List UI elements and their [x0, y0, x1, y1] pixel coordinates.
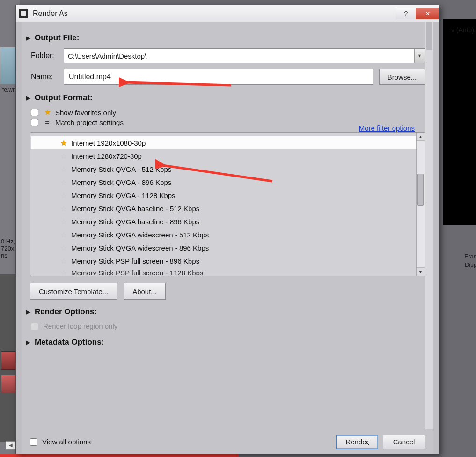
- star-icon[interactable]: ☆: [59, 230, 68, 239]
- format-item[interactable]: ☆Memory Stick PSP full screen - 1128 Kbp…: [31, 267, 416, 275]
- star-icon[interactable]: ☆: [59, 165, 68, 174]
- chevron-right-icon: ▶: [26, 35, 30, 41]
- format-item-label: Memory Stick QVGA - 1128 Kbps: [71, 192, 176, 199]
- dialog-footer: View all options Render ↖ Cancel: [22, 429, 433, 454]
- show-favorites-row: ★ Show favorites only: [31, 108, 425, 117]
- section-label: Render Options:: [35, 307, 97, 317]
- format-list[interactable]: ★Internet 1920x1080-30p☆Internet 1280x72…: [31, 136, 416, 275]
- loop-region-label: Render loop region only: [43, 322, 117, 330]
- body-scrollbar[interactable]: [425, 22, 433, 429]
- view-all-options-label: View all options: [42, 438, 91, 446]
- about-button[interactable]: About...: [124, 283, 166, 300]
- background-right-info1: Fran: [464, 253, 476, 260]
- background-preview-label: v (Auto): [451, 26, 474, 34]
- chevron-right-icon: ▶: [26, 339, 30, 346]
- more-filter-options-link[interactable]: More filter options: [359, 124, 415, 132]
- name-row: Name: Browse...: [31, 69, 425, 85]
- section-render-options[interactable]: ▶ Render Options:: [26, 307, 425, 317]
- dialog-body: ▶ Output File: Folder: C:\Users\Admin\De…: [22, 22, 433, 429]
- star-icon[interactable]: ☆: [59, 257, 68, 265]
- close-button[interactable]: ✕: [416, 8, 439, 19]
- browse-button[interactable]: Browse...: [379, 69, 425, 85]
- customize-template-button[interactable]: Customize Template...: [30, 283, 117, 300]
- background-preview-dark: [443, 19, 476, 225]
- section-metadata-options[interactable]: ▶ Metadata Options:: [26, 338, 425, 347]
- show-favorites-checkbox[interactable]: [31, 109, 38, 116]
- format-item-label: Internet 1280x720-30p: [71, 152, 142, 160]
- show-favorites-label: Show favorites only: [55, 109, 116, 117]
- star-icon: ★: [43, 108, 51, 117]
- folder-label: Folder:: [31, 52, 64, 60]
- format-item[interactable]: ☆Memory Stick QVGA - 1128 Kbps: [31, 189, 416, 202]
- background-right-info2: Disp: [465, 261, 476, 268]
- star-icon[interactable]: ☆: [59, 217, 68, 226]
- equals-icon: =: [43, 118, 51, 126]
- scroll-down-icon[interactable]: ▼: [417, 267, 425, 276]
- app-icon: [19, 9, 28, 18]
- help-button[interactable]: ?: [396, 8, 416, 19]
- format-item-label: Memory Stick QVGA widescreen - 512 Kbps: [71, 231, 209, 239]
- scroll-up-icon[interactable]: ▲: [417, 133, 425, 141]
- folder-row: Folder: C:\Users\Admin\Desktop\ ▼: [31, 48, 425, 63]
- star-icon[interactable]: ☆: [59, 152, 68, 161]
- chevron-right-icon: ▶: [26, 309, 30, 315]
- format-item[interactable]: ☆Memory Stick QVGA widescreen - 512 Kbps: [31, 228, 416, 241]
- format-item[interactable]: ☆Memory Stick QVGA baseline - 896 Kbps: [31, 215, 416, 228]
- scroll-thumb[interactable]: [417, 174, 424, 206]
- section-output-format[interactable]: ▶ Output Format:: [26, 93, 425, 103]
- dropdown-button[interactable]: ▼: [414, 49, 425, 63]
- render-button-label: Render: [345, 438, 368, 446]
- format-item-label: Memory Stick QVGA widescreen - 896 Kbps: [71, 244, 209, 252]
- format-item[interactable]: ☆Memory Stick QVGA - 512 Kbps: [31, 162, 416, 176]
- star-icon[interactable]: ☆: [59, 178, 68, 187]
- titlebar[interactable]: Render As ? ✕: [16, 5, 439, 22]
- star-icon[interactable]: ★: [59, 139, 68, 147]
- template-button-row: Customize Template... About...: [30, 283, 425, 300]
- dialog-title: Render As: [33, 9, 68, 18]
- loop-region-row: Render loop region only: [31, 322, 425, 330]
- folder-value: C:\Users\Admin\Desktop\: [68, 52, 146, 60]
- format-item[interactable]: ☆Memory Stick QVGA baseline - 512 Kbps: [31, 202, 416, 215]
- chevron-right-icon: ▶: [26, 95, 30, 101]
- name-label: Name:: [31, 73, 64, 81]
- chevron-down-icon: ▼: [417, 53, 422, 58]
- section-label: Output File:: [35, 33, 79, 43]
- background-left-info: 0 Hz, 720x. ns: [1, 238, 16, 259]
- format-item[interactable]: ☆Memory Stick QVGA widescreen - 896 Kbps: [31, 241, 416, 254]
- format-item-selected[interactable]: ★Internet 1920x1080-30p: [31, 136, 416, 149]
- view-all-options-checkbox[interactable]: [30, 438, 37, 446]
- star-icon[interactable]: ☆: [59, 204, 68, 213]
- match-project-label: Match project settings: [55, 118, 124, 126]
- view-all-options-row: View all options: [30, 438, 91, 446]
- format-item[interactable]: ☆Memory Stick QVGA - 896 Kbps: [31, 176, 416, 189]
- star-icon[interactable]: ☆: [59, 268, 68, 276]
- section-output-file[interactable]: ▶ Output File:: [26, 33, 425, 43]
- format-item[interactable]: ☆Internet 1280x720-30p: [31, 149, 416, 162]
- format-item-label: Internet 1920x1080-30p: [71, 139, 146, 147]
- star-icon[interactable]: ☆: [59, 191, 68, 200]
- format-scrollbar[interactable]: ▲ ▼: [416, 133, 425, 276]
- annotation-bottom-bar: [0, 454, 239, 457]
- cancel-button[interactable]: Cancel: [383, 435, 425, 449]
- format-item-label: Memory Stick PSP full screen - 1128 Kbps: [71, 269, 203, 276]
- loop-region-checkbox: [31, 323, 38, 330]
- format-item[interactable]: ☆Memory Stick PSP full screen - 896 Kbps: [31, 254, 416, 267]
- format-item-label: Memory Stick QVGA - 512 Kbps: [71, 165, 171, 173]
- filename-input[interactable]: [64, 69, 373, 85]
- format-item-label: Memory Stick QVGA - 896 Kbps: [71, 178, 171, 186]
- scroll-thumb[interactable]: [426, 22, 432, 50]
- section-label: Metadata Options:: [35, 338, 104, 347]
- format-item-label: Memory Stick QVGA baseline - 512 Kbps: [71, 205, 199, 213]
- render-as-dialog: Render As ? ✕ ▶ Output File: Folder: C:\…: [15, 5, 439, 454]
- format-list-container: ★Internet 1920x1080-30p☆Internet 1280x72…: [30, 132, 425, 276]
- folder-dropdown[interactable]: C:\Users\Admin\Desktop\ ▼: [64, 48, 425, 63]
- render-button[interactable]: Render ↖: [336, 435, 378, 449]
- section-label: Output Format:: [35, 93, 93, 103]
- format-item-label: Memory Stick QVGA baseline - 896 Kbps: [71, 218, 199, 226]
- format-item-label: Memory Stick PSP full screen - 896 Kbps: [71, 257, 199, 265]
- star-icon[interactable]: ☆: [59, 243, 68, 252]
- match-project-checkbox[interactable]: [31, 119, 38, 126]
